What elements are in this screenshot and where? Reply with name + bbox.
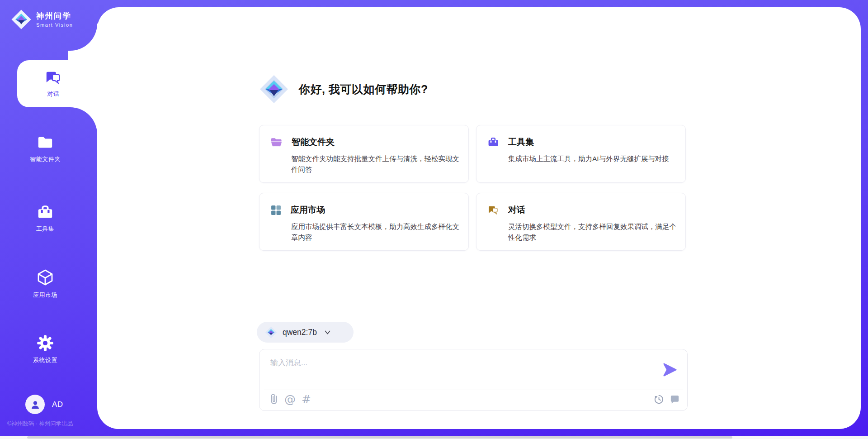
- chat-bubble-icon: [670, 394, 680, 405]
- sidebar-item-label: 系统设置: [33, 356, 57, 364]
- sidebar-header-block: 神州问学 Smart Vision: [0, 0, 97, 51]
- copyright-text: ©神州数码 · 神州问学出品: [7, 420, 98, 428]
- attach-button[interactable]: [269, 393, 278, 406]
- app-window: 你好, 我可以如何帮助你? 智能文件夹 智能文件夹功能支持批量文件上传与清洗，轻…: [0, 0, 868, 439]
- card-desc: 智能文件夹功能支持批量文件上传与清洗，轻松实现文件问答: [291, 153, 461, 175]
- composer: @ #: [259, 349, 688, 411]
- avatar: [25, 395, 45, 414]
- horizontal-scrollbar[interactable]: [0, 436, 868, 439]
- toolbox-icon: [37, 204, 54, 221]
- sidebar-item-label: 应用市场: [33, 291, 57, 299]
- brand-logo-icon: [11, 9, 32, 30]
- folder-open-icon: [270, 137, 283, 148]
- main-panel: 你好, 我可以如何帮助你? 智能文件夹 智能文件夹功能支持批量文件上传与清洗，轻…: [97, 7, 861, 429]
- greeting: 你好, 我可以如何帮助你?: [259, 74, 428, 104]
- card-title: 智能文件夹: [292, 136, 335, 148]
- card-chat[interactable]: 对话 灵活切换多模型文件，支持多样回复效果调试，满足个性化需求: [476, 193, 686, 251]
- card-desc: 集成市场上主流工具，助力AI与外界无缝扩展与对接: [508, 153, 678, 164]
- model-selector[interactable]: qwen2:7b: [257, 322, 354, 343]
- sidebar-item-settings[interactable]: 系统设置: [9, 334, 81, 364]
- user-initials: AD: [52, 400, 63, 409]
- brand-name: 神州问学: [36, 11, 73, 21]
- card-app-market[interactable]: 应用市场 应用市场提供丰富长文本模板，助力高效生成多样化文章内容: [259, 193, 469, 251]
- brand-diamond-icon: [259, 74, 289, 104]
- hash-icon: #: [302, 394, 311, 405]
- grid-icon: [270, 205, 282, 216]
- sidebar-item-app-market[interactable]: 应用市场: [9, 268, 81, 299]
- card-smart-folder[interactable]: 智能文件夹 智能文件夹功能支持批量文件上传与清洗，轻松实现文件问答: [259, 125, 469, 183]
- brand-subtitle: Smart Vision: [36, 22, 73, 28]
- mention-button[interactable]: @: [284, 393, 296, 406]
- composer-tools-left: @ #: [269, 393, 311, 406]
- send-button[interactable]: [663, 363, 677, 377]
- sidebar-item-label: 工具集: [36, 225, 55, 233]
- chat-icon: [487, 205, 499, 216]
- person-icon: [30, 399, 41, 410]
- toolbox-icon: [487, 136, 499, 148]
- at-icon: @: [284, 394, 296, 405]
- sidebar-item-toolset[interactable]: 工具集: [9, 204, 81, 233]
- card-title: 应用市场: [291, 204, 325, 216]
- card-desc: 应用市场提供丰富长文本模板，助力高效生成多样化文章内容: [291, 221, 461, 243]
- quick-reply-button[interactable]: [670, 393, 680, 406]
- sidebar-item-smart-folder[interactable]: 智能文件夹: [9, 134, 81, 163]
- chevron-down-icon: [324, 329, 331, 335]
- folder-icon: [36, 134, 54, 151]
- user-account[interactable]: AD: [25, 395, 63, 414]
- composer-divider: [264, 390, 683, 390]
- composer-tools-right: [654, 393, 680, 406]
- chat-icon: [44, 69, 62, 86]
- message-input[interactable]: [269, 357, 656, 381]
- greeting-title: 你好, 我可以如何帮助你?: [299, 82, 428, 97]
- history-button[interactable]: [654, 393, 664, 406]
- model-logo-icon: [265, 326, 277, 339]
- paperclip-icon: [269, 393, 278, 405]
- send-icon: [663, 363, 677, 377]
- gear-icon: [36, 334, 54, 352]
- history-clock-icon: [654, 394, 664, 405]
- cube-icon: [36, 268, 54, 287]
- sidebar-item-chat[interactable]: 对话: [17, 60, 99, 107]
- feature-cards: 智能文件夹 智能文件夹功能支持批量文件上传与清洗，轻松实现文件问答 工具集 集成…: [259, 125, 686, 251]
- card-toolset[interactable]: 工具集 集成市场上主流工具，助力AI与外界无缝扩展与对接: [476, 125, 686, 183]
- sidebar-item-label: 对话: [47, 90, 60, 98]
- hashtag-button[interactable]: #: [302, 393, 311, 406]
- sidebar-item-label: 智能文件夹: [30, 155, 61, 163]
- brand: 神州问学 Smart Vision: [11, 9, 73, 30]
- card-title: 工具集: [508, 136, 534, 148]
- scrollbar-thumb[interactable]: [27, 436, 732, 439]
- model-name: qwen2:7b: [283, 328, 317, 337]
- card-desc: 灵活切换多模型文件，支持多样回复效果调试，满足个性化需求: [508, 221, 678, 243]
- card-title: 对话: [508, 204, 525, 216]
